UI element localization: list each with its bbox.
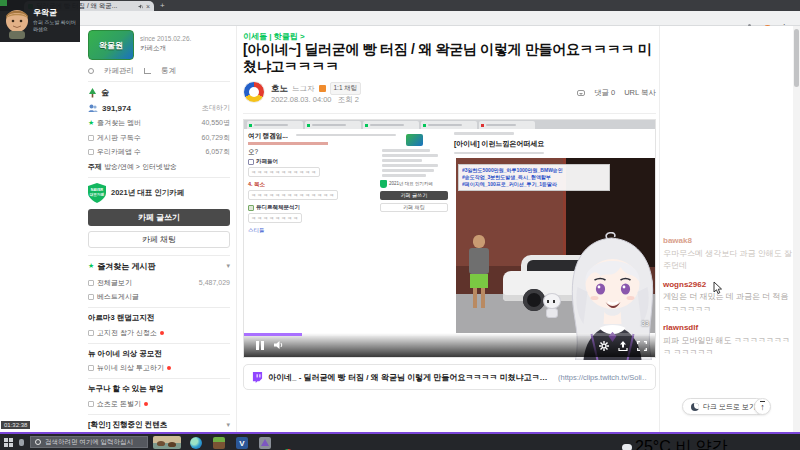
video-progress-track[interactable]: [244, 333, 655, 336]
divider: [88, 81, 230, 82]
video-inner-tab: [363, 121, 419, 129]
stat-value: 60,729회: [202, 133, 230, 143]
app-icon: [88, 149, 94, 155]
sidebar-section-arma3[interactable]: 아르마3 랜덤고지전: [88, 313, 230, 323]
streamer-avatar: [2, 7, 32, 39]
cafe-intro-link[interactable]: 카페소개: [140, 43, 191, 52]
post-date: 2022.08.03. 04:00: [271, 95, 331, 104]
cafe-stats-link[interactable]: 통계: [161, 66, 176, 76]
settings-gear-icon[interactable]: [599, 341, 609, 351]
divider: [88, 378, 230, 379]
board-icon: [248, 205, 254, 211]
sidebar-section-ongoing-content[interactable]: [확인!] 진행중인 컨텐츠▾: [88, 420, 230, 430]
comments-count[interactable]: 댓글 0: [594, 88, 615, 98]
fav-boards-header[interactable]: 즐겨찾는 게시판: [97, 261, 155, 272]
share-icon[interactable]: [618, 341, 628, 351]
new-post-dot: [160, 331, 164, 335]
pinned-duck-app-icon[interactable]: [153, 436, 181, 449]
cafe-manage-link[interactable]: 카페관리: [104, 66, 134, 76]
cafe-logo[interactable]: 왁물원: [88, 30, 134, 60]
video-inner-write-button: 카페 글쓰기: [380, 191, 448, 200]
cafe-sidebar: 왁물원 since 2015.02.26. 카페소개 카페관리 통계 숲 391…: [88, 30, 230, 450]
tab-mute-icon[interactable]: [138, 4, 143, 9]
sidebar-item-costume-submit[interactable]: 뉴이네 의상 투고하기: [88, 363, 230, 373]
video-inner-tab: [479, 121, 535, 129]
tab-close-icon[interactable]: ×: [146, 3, 150, 10]
scrollbar-thumb[interactable]: [794, 29, 799, 87]
streamer-name: 우왁굳: [33, 7, 57, 18]
video-inner-tab: [305, 121, 361, 129]
chat-text: 피파 모바일만 해도 ㅋㅋㅋㅋㅋㅋㅋㅋ ㅋㅋㅋㅋㅋ: [663, 336, 790, 358]
topic-value: 방송/연예 > 인터넷방송: [104, 163, 177, 170]
video-inner-post: [아이네] 이런느낌은어떠세요: [454, 132, 653, 159]
text-skeleton: [454, 132, 514, 135]
sidebar-item-best-posts[interactable]: 베스트게시글: [88, 292, 230, 302]
mic-icon[interactable]: [19, 439, 24, 446]
hashtag-overlay: #3일한도5000만원_하루1000만원_BMW승인 #송도작업_3분한도발생_…: [458, 164, 610, 191]
cafe-since: since 2015.02.26.: [140, 34, 191, 43]
start-button[interactable]: [4, 438, 13, 447]
taskbar-search[interactable]: 검색하려면 여기에 입력하십시: [30, 436, 148, 448]
chat-username: wogns2962: [663, 280, 794, 290]
video-inner-cafe-card: 2021년 대표 인기카페 카페 글쓰기 카페 채팅: [380, 134, 448, 212]
app-icon[interactable]: [259, 437, 271, 449]
stat-value: 40,550명: [202, 118, 230, 128]
video-inner-reply: 오?: [248, 148, 258, 157]
cafe-logo: [406, 134, 423, 146]
board-icon: [248, 159, 254, 165]
browser-tab-strip: 딜러굳에 빵 터짐 / 왜 왁굳... × +: [0, 0, 800, 11]
text-skeleton: [248, 142, 328, 145]
sidebar-section-ine-costume[interactable]: 뉴 아이네 의상 공모전: [88, 349, 230, 359]
chevron-down-icon[interactable]: ▾: [226, 421, 230, 429]
author-tag: 느그자: [292, 84, 315, 94]
sidebar-item-shorts-money[interactable]: 쇼츠로 돈벌기: [88, 399, 230, 409]
sidebar-item-gojijeon[interactable]: 고지전 참가 신청소: [88, 328, 230, 338]
cafe-write-button[interactable]: 카페 글쓰기: [88, 209, 230, 226]
author-name[interactable]: 호노: [271, 83, 288, 95]
members-icon: [88, 104, 98, 112]
visual-studio-icon[interactable]: V: [236, 437, 248, 449]
sidebar-item-all-posts[interactable]: 전체글보기5,487,029: [88, 278, 230, 288]
text-skeleton: [454, 152, 544, 155]
divider: [88, 255, 230, 256]
cafe-chat-button[interactable]: 카페 채팅: [88, 231, 230, 248]
weather-widget[interactable]: 25°C 비 약간: [622, 437, 728, 450]
video-overlay-count: 33: [641, 320, 649, 327]
video-inner-comment-list: 카페들어 ㅋㅋㅋㅋㅋㅋㅋㅋㅋㅋㅋ 4. 목소 ㅋㅋㅋㅋㅋㅋㅋㅋㅋㅋㅋㅋㅋㅋ 유디…: [248, 158, 374, 234]
member-level-icon: [319, 85, 326, 92]
chat-message: rlawnsdlf 피파 모바일만 해도 ㅋㅋㅋㅋㅋㅋㅋㅋ ㅋㅋㅋㅋㅋ: [663, 323, 794, 358]
invite-link[interactable]: 초대하기: [202, 103, 230, 113]
overlay-corner-decoration: [0, 0, 7, 6]
stat-label: 우리카페앱 수: [97, 147, 141, 157]
streamer-subtitle: 슈퍼 즈노발 싸이버 롸셉으: [33, 19, 78, 33]
chevron-down-icon[interactable]: ▾: [226, 262, 230, 270]
new-post-dot: [167, 366, 171, 370]
author-avatar[interactable]: [243, 81, 265, 103]
scroll-to-top-button[interactable]: ↑: [754, 398, 771, 415]
clip-link[interactable]: (https://clips.twitch.tv/Soli…: [558, 373, 647, 382]
chat-username: rlawnsdlf: [663, 323, 794, 333]
divider: [88, 177, 230, 178]
sidebar-section-side-job[interactable]: 누구나 할 수 있는 부업: [88, 384, 230, 394]
page-scrollbar[interactable]: [793, 26, 800, 432]
minecraft-icon[interactable]: [213, 437, 225, 449]
chat-message: wogns2962 게임은 더 재밌는 데 과금은 더 적음 ㅋㅋㅋㅋㅋㅋ: [663, 280, 794, 315]
pause-button[interactable]: [256, 341, 264, 350]
video-inner-tab: [247, 121, 303, 129]
comment-icon: [577, 90, 585, 96]
windows-taskbar: 검색하려면 여기에 입력하십시 V 25°C 비 약간 ^ 한 오전 4:00 …: [0, 432, 800, 450]
edge-icon[interactable]: [190, 437, 202, 449]
stream-chat-overlay: bawak8 우마무스메 생각보다 과금 안해도 잘 주던데 wogns2962…: [663, 236, 794, 367]
new-post-dot: [144, 402, 148, 406]
fullscreen-icon[interactable]: [637, 341, 647, 351]
new-tab-button[interactable]: +: [160, 1, 165, 11]
screen: 딜러굳에 빵 터짐 / 왜 왁굳... × + ← ⟳ cafe.naver.c…: [0, 0, 800, 450]
tree-icon: [88, 88, 97, 98]
divider: [243, 113, 656, 114]
copy-url-button[interactable]: URL 복사: [624, 88, 656, 98]
one-to-one-chat-chip[interactable]: 1:1 채팅: [330, 82, 362, 95]
volume-icon[interactable]: [274, 340, 284, 350]
dark-mode-button[interactable]: 다크 모드로 보기: [682, 398, 765, 415]
chat-text: 게임은 더 재밌는 데 과금은 더 적음 ㅋㅋㅋㅋㅋㅋ: [663, 292, 788, 314]
video-controls: [244, 333, 655, 357]
